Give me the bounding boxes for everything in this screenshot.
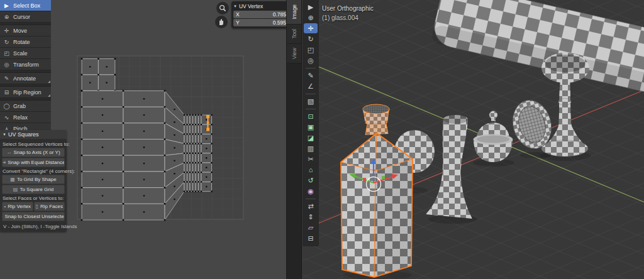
shear-tool[interactable]: ▱ — [304, 222, 318, 232]
button-label: Snap to Axis (X or Y) — [13, 150, 60, 155]
active-object-text: (1) glass.004 — [322, 13, 374, 23]
edge-slide-tool[interactable]: ⇄ — [304, 201, 318, 211]
section-label: Select Sequenced Vertices to: — [3, 141, 64, 147]
tool-rotate[interactable]: ↻Rotate — [0, 36, 51, 48]
disc-shadow — [520, 152, 552, 158]
uv-y-field[interactable]: Y 0.595 — [233, 19, 289, 26]
tool-label: Transform — [13, 62, 39, 68]
select-box-tool[interactable]: ▶ — [304, 2, 318, 12]
tool-scale[interactable]: ◰Scale — [0, 48, 51, 59]
toolbar-separator — [306, 94, 316, 94]
tab-tool[interactable]: Tool — [287, 25, 302, 44]
to-grid-by-shape-button[interactable]: ▦To Grid By Shape — [2, 175, 65, 184]
tool-grab[interactable]: ◯Grab — [0, 101, 51, 112]
button-label: Snap with Equal Distance — [8, 160, 65, 165]
tool-label: Annotate — [13, 75, 36, 82]
move-icon: ✛ — [3, 28, 11, 34]
button-label: Snap to Closest Unselected — [4, 214, 65, 219]
snap-to-axis-x-or-y--button[interactable]: ↔Snap to Axis (X or Y) — [2, 148, 65, 157]
goblet-object[interactable] — [540, 53, 591, 161]
tool-select-box[interactable]: ▶Select Box — [0, 0, 51, 11]
tool-move[interactable]: ✛Move — [0, 25, 51, 36]
tool-label: Scale — [13, 50, 28, 57]
gizmo-plane-handle-green[interactable] — [382, 176, 385, 179]
square-grid-icon: ▤ — [13, 187, 18, 192]
bottle-object[interactable] — [341, 104, 413, 279]
tool-label: Rotate — [13, 39, 30, 45]
uv-vertex-panel-title: UV Vertex — [239, 3, 263, 9]
measure-tool[interactable]: ∠ — [304, 81, 318, 91]
tab-view[interactable]: View — [287, 44, 302, 63]
snap-with-equal-distance-button[interactable]: ⇥Snap with Equal Distance — [2, 158, 65, 167]
viewport-header: User Orthographic (1) glass.004 — [322, 4, 374, 23]
rip-vertex-button[interactable]: •Rip Vertex — [2, 202, 33, 211]
view-name-text: User Orthographic — [322, 4, 374, 13]
toolbar-separator — [306, 199, 316, 199]
button-label: To Square Grid — [19, 187, 53, 192]
section-label: Select Faces or Vertices to: — [3, 195, 64, 201]
inset-faces-tool[interactable]: ▣ — [304, 122, 318, 132]
snap-to-closest-unselected-button[interactable]: ⌖Snap to Closest Unselected — [2, 212, 65, 221]
uv-squares-hint: V - Join (Stitch), I -Toggle Islands — [2, 222, 65, 230]
zoom-button[interactable] — [216, 2, 229, 14]
gizmo-plane-handle-red[interactable] — [363, 178, 366, 181]
knife-tool[interactable]: ✂ — [304, 154, 318, 164]
add-cube-tool[interactable]: ▧ — [304, 96, 318, 106]
snap-equal-icon: ⇥ — [2, 160, 6, 165]
rotate-tool[interactable]: ↻ — [304, 34, 318, 44]
scale-tool[interactable]: ◰ — [304, 45, 318, 55]
button-label: Rip Vertex — [8, 204, 31, 209]
smooth-tool[interactable]: ◉ — [304, 186, 318, 196]
spin-tool[interactable]: ↺ — [304, 175, 318, 185]
shrink-fatten-tool[interactable]: ⇕ — [304, 212, 318, 222]
tab-label: Image — [291, 4, 297, 19]
cylinder-object[interactable] — [430, 0, 644, 104]
pan-button[interactable] — [215, 16, 228, 28]
uv-squares-panel-header[interactable]: ▼ UV Squares — [0, 130, 67, 139]
bevel-tool[interactable]: ◪ — [304, 133, 318, 143]
to-square-grid-button[interactable]: ▤To Square Grid — [2, 185, 65, 194]
tool-label: Select Box — [13, 3, 40, 9]
cursor-tool[interactable]: ⊕ — [304, 13, 318, 23]
tool-annotate[interactable]: ✎Annotate — [0, 73, 51, 84]
rip-faces-button[interactable]: ▯Rip Faces — [34, 202, 65, 211]
button-label: Rip Faces — [40, 204, 63, 209]
hand-icon — [218, 18, 225, 26]
uv-vertex-panel-header[interactable]: ▼ UV Vertex — [233, 3, 289, 10]
rip-region-tool[interactable]: ⊟ — [304, 233, 318, 243]
rotate-icon: ↻ — [3, 39, 11, 45]
tool-label: Move — [13, 28, 27, 34]
toolbar-separator — [306, 109, 316, 109]
viewport-region: ▶⊕✛↻◰◎✎∠▧⊡▣◪▥✂⌂↺◉⇄⇕▱⊟ User Orthographic … — [301, 0, 644, 279]
uv-squares-panel: ▼ UV Squares Select Sequenced Vertices t… — [0, 130, 67, 232]
viewport-canvas[interactable] — [302, 0, 644, 279]
uv-x-field[interactable]: X 0.785 — [233, 11, 289, 18]
tool-rip-region[interactable]: ⊟Rip Region — [0, 87, 51, 98]
loop-cut-tool[interactable]: ▥ — [304, 143, 318, 153]
select-box-icon: ▶ — [3, 3, 11, 9]
submenu-indicator — [48, 80, 50, 83]
snap-closest-icon: ⌖ — [2, 214, 3, 220]
tool-relax[interactable]: ∿Relax — [0, 112, 51, 123]
rip-region-icon: ⊟ — [3, 89, 11, 96]
magnifier-icon — [219, 4, 226, 12]
transform-tool[interactable]: ◎ — [304, 55, 318, 65]
grid-shape-icon: ▦ — [10, 177, 15, 182]
tool-label: Cursor — [13, 14, 30, 20]
uv-y-label: Y — [236, 19, 240, 26]
transform-icon: ◎ — [3, 62, 11, 68]
tab-label: Tool — [291, 29, 297, 39]
tool-label: Rip Region — [13, 89, 42, 96]
tab-image[interactable]: Image — [287, 0, 302, 25]
tool-cursor[interactable]: ⊕Cursor — [0, 11, 51, 23]
button-label: To Grid By Shape — [17, 177, 57, 182]
poly-build-tool[interactable]: ⌂ — [304, 165, 318, 175]
uv-toolbar: ▶Select Box⊕Cursor✛Move↻Rotate◰Scale◎Tra… — [0, 0, 51, 134]
chevron-down-icon: ▼ — [233, 4, 237, 8]
annotate-tool[interactable]: ✎ — [304, 70, 318, 80]
extrude-region-tool[interactable]: ⊡ — [304, 111, 318, 121]
tool-label: Relax — [13, 114, 28, 121]
move-tool[interactable]: ✛ — [304, 23, 318, 33]
tool-transform[interactable]: ◎Transform — [0, 59, 51, 70]
uv-editor-region: ▶Select Box⊕Cursor✛Move↻Rotate◰Scale◎Tra… — [0, 0, 286, 279]
